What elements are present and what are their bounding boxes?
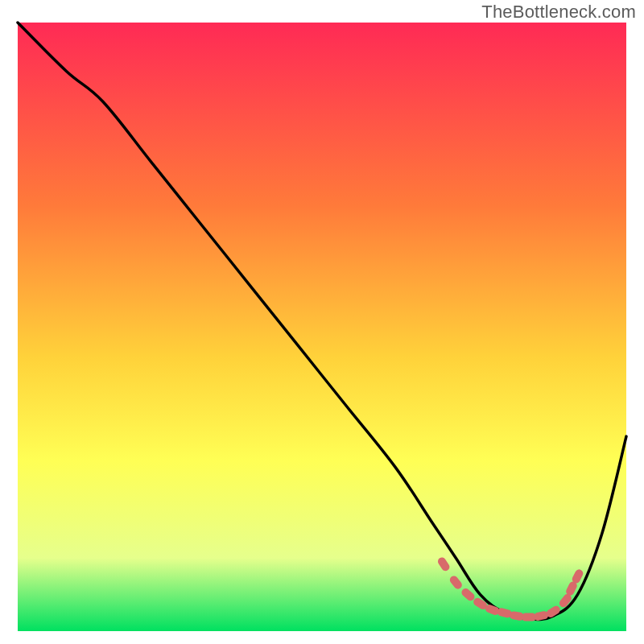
bottleneck-plot xyxy=(0,0,644,644)
chart-stage: TheBottleneck.com xyxy=(0,0,644,644)
watermark-text: TheBottleneck.com xyxy=(481,2,636,23)
gradient-background xyxy=(18,23,626,631)
